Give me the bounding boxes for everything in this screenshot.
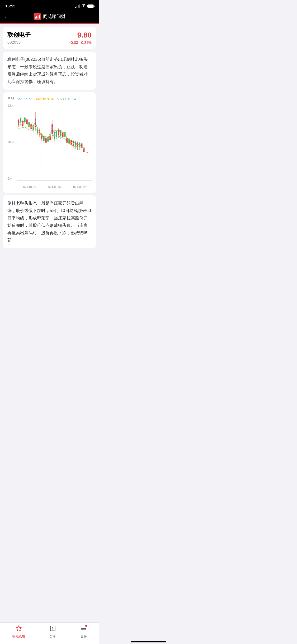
stock-change-value: +0.03 — [69, 40, 78, 45]
chart-svg: + — [17, 104, 92, 180]
wifi-icon — [82, 4, 86, 8]
ma30-label: MA30: 10.24 — [57, 97, 76, 101]
chart-header: 日线 MA5: 9.91 MA10: 9.94 MA30: 10.24 — [7, 96, 92, 101]
stock-info: 联创电子 002036 — [7, 31, 31, 44]
nav-bar: ‹ 同花顺问财 — [0, 10, 99, 23]
y-mid: 10.9 — [7, 140, 13, 144]
ma5-label: MA5: 9.91 — [17, 97, 33, 101]
stock-header: 联创电子 002036 9.80 +0.03 0.31% — [7, 31, 92, 45]
x-label-2: 2021-03-02 — [47, 185, 62, 188]
stock-card: 联创电子 002036 9.80 +0.03 0.31% — [3, 27, 96, 49]
chart-area: 12.4 10.9 9.4 — [7, 104, 92, 188]
content-scroll: 联创电子 002036 9.80 +0.03 0.31% 联创电子(002036… — [0, 27, 99, 275]
svg-rect-68 — [83, 148, 84, 152]
y-min: 9.4 — [7, 177, 13, 181]
stock-price-block: 9.80 +0.03 0.31% — [69, 31, 92, 45]
analysis-card: 倒挂老鸭头形态一般是当庄家开始卖出筹码，股价缓慢下跌时，5日、10日均线跌破60… — [3, 195, 96, 248]
description-text: 联创电子(002036)目前走势出现倒挂老鸭头形态，一般来说这是庄家出货，止跌，… — [7, 57, 88, 84]
signal-icon — [75, 4, 80, 8]
chart-period-label: 日线 — [7, 96, 14, 101]
analysis-text: 倒挂老鸭头形态一般是当庄家开始卖出筹码，股价缓慢下跌时，5日、10日均线跌破60… — [7, 201, 91, 242]
battery-icon — [87, 4, 94, 8]
app-info: 同花顺问财 — [34, 13, 65, 20]
svg-rect-32 — [45, 138, 46, 143]
time: 16:55 — [5, 4, 15, 8]
stock-name: 联创电子 — [7, 31, 31, 39]
svg-rect-8 — [20, 118, 21, 123]
stock-price: 9.80 — [69, 31, 92, 39]
stock-code: 002036 — [7, 40, 31, 44]
chart-card: 日线 MA5: 9.91 MA10: 9.94 MA30: 10.24 12.4… — [3, 92, 96, 193]
svg-rect-14 — [26, 119, 27, 124]
chart-y-labels: 12.4 10.9 9.4 — [7, 104, 13, 181]
status-bar: 16:55 — [0, 0, 99, 10]
nav-title: 同花顺问财 — [43, 13, 65, 20]
ma10-label: MA10: 9.94 — [36, 97, 54, 101]
status-bar-right — [75, 4, 94, 8]
stock-change: +0.03 0.31% — [69, 40, 92, 45]
svg-text:+: + — [86, 151, 88, 154]
chart-body: + — [17, 104, 92, 181]
accent-line — [0, 23, 99, 24]
x-label-1: 2021-01-26 — [22, 185, 36, 188]
chart-x-labels: 2021-01-26 2021-03-02 2021-03-29 — [17, 184, 92, 188]
x-label-3: 2021-03-29 — [72, 185, 87, 188]
stock-change-pct: 0.31% — [81, 40, 92, 45]
app-icon — [34, 13, 41, 20]
back-button[interactable]: ‹ — [4, 13, 6, 20]
y-max: 12.4 — [7, 104, 13, 108]
description-card: 联创电子(002036)目前走势出现倒挂老鸭头形态，一般来说这是庄家出货，止跌，… — [3, 52, 96, 90]
